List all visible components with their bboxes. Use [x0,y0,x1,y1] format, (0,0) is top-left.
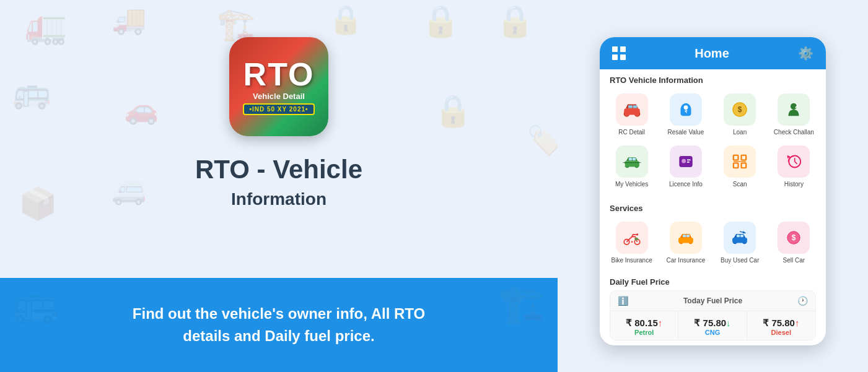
app-icon: RTO Vehicle Detail •IND 50 XY 2021• [229,37,328,136]
carins-icon [670,222,702,254]
my-vehicles-button[interactable]: My Vehicles [605,141,659,192]
svg-point-32 [631,241,633,243]
scan-button[interactable]: Scan [713,141,767,192]
right-section: Home ⚙️ RTO Vehicle Information R [558,0,868,372]
gear-icon[interactable]: ⚙️ [798,46,813,61]
rc-icon [616,93,648,126]
info-icon: ℹ️ [618,296,628,306]
svg-rect-16 [632,158,635,160]
petrol-arrow: ↑ [658,318,663,328]
my-vehicles-label: My Vehicles [615,181,648,188]
rc-detail-button[interactable]: RC Detail [605,89,659,141]
svg-rect-44 [740,235,743,237]
buy-used-car-label: Buy Used Car [721,257,759,264]
challan-icon [778,93,810,126]
check-challan-button[interactable]: Check Challan [767,89,821,141]
svg-text:$: $ [738,105,742,114]
buy-used-car-button[interactable]: Buy Used Car [713,217,767,269]
svg-rect-4 [628,105,633,108]
sellcar-icon: $ [778,222,810,254]
scan-icon [724,145,756,178]
car-insurance-button[interactable]: Car Insurance [659,217,712,269]
rto-icon-grid: RC Detail ₹ Resale Value [600,89,826,197]
petrol-price-item: ₹ 80.15↑ Petrol [610,311,678,340]
app-icon-rto-text: RTO [243,58,315,90]
tagline-text: Find out the vehicle's owner info, All R… [37,303,520,347]
history-button[interactable]: History [767,141,821,192]
svg-rect-19 [687,160,691,161]
svg-rect-24 [742,163,747,168]
history-fuel-icon[interactable]: 🕐 [797,296,808,306]
app-icon-vehicle-text: Vehicle Detail [253,92,305,101]
svg-rect-35 [678,238,693,243]
svg-point-31 [636,233,638,235]
diesel-arrow: ↑ [795,318,800,328]
svg-rect-2 [624,108,640,115]
cng-arrow: ↓ [726,318,731,328]
licence-info-label: Licence Info [669,181,703,188]
sell-car-label: Sell Car [783,257,805,264]
petrol-price: ₹ 80.15↑ [626,318,662,329]
buyused-icon [724,222,756,254]
services-icon-grid: Bike Insurance Car Insurance [600,217,826,274]
svg-rect-38 [686,235,690,237]
car-insurance-label: Car Insurance [666,257,705,264]
fuel-card: ℹ️ Today Fuel Price 🕐 ₹ 80.15↑ Petrol [610,290,816,340]
vehicles-icon [616,145,648,178]
loan-icon: $ [724,93,756,126]
app-title-line1: RTO - Vehicle [195,155,362,184]
svg-rect-21 [734,155,739,160]
cng-label: CNG [705,329,720,336]
sell-car-button[interactable]: $ Sell Car [767,217,821,269]
rto-section-title: RTO Vehicle Information [600,69,826,89]
fuel-section-title: Daily Fuel Price [610,277,816,287]
loan-label: Loan [733,129,747,136]
grid-icon[interactable] [612,46,626,60]
cng-price: ₹ 75.80↓ [694,318,730,329]
cng-price-item: ₹ 75.80↓ CNG [678,311,747,340]
svg-point-10 [791,103,797,110]
check-challan-label: Check Challan [774,129,814,136]
resale-value-label: Resale Value [668,129,704,136]
svg-rect-5 [633,105,637,108]
svg-rect-37 [683,235,686,237]
phone-header: Home ⚙️ [600,37,826,69]
diesel-price: ₹ 75.80↑ [763,318,799,329]
svg-text:$: $ [792,233,796,242]
resale-value-button[interactable]: ₹ Resale Value [659,89,712,141]
bike-insurance-button[interactable]: Bike Insurance [605,217,659,269]
svg-rect-20 [687,162,690,163]
left-section: 🚛 🚚 🏗️ 🔒 🔒 🔒 🚌 🚗 🔒 🏷️ 📦 🚐 RTO Vehicle De… [0,0,558,372]
bike-icon [616,222,648,254]
licence-info-button[interactable]: Licence Info [659,141,712,192]
phone-header-title: Home [695,46,729,61]
svg-rect-15 [629,158,632,160]
svg-rect-43 [737,235,740,237]
petrol-label: Petrol [634,329,654,336]
services-section-title: Services [600,197,826,217]
history-label: History [784,181,804,188]
scan-label: Scan [733,181,747,188]
diesel-price-item: ₹ 75.80↑ Diesel [747,311,815,340]
app-title-line2: Information [231,189,327,209]
fuel-section: Daily Fuel Price ℹ️ Today Fuel Price 🕐 ₹… [600,274,826,345]
resale-icon: ₹ [670,93,702,126]
bike-insurance-label: Bike Insurance [612,257,652,264]
app-icon-plate: •IND 50 XY 2021• [243,103,314,115]
svg-point-6 [683,105,688,110]
top-content-area: RTO Vehicle Detail •IND 50 XY 2021• RTO … [195,0,362,278]
history-icon [778,145,810,178]
fuel-header-label: Today Fuel Price [683,296,742,305]
svg-rect-41 [732,238,747,243]
bottom-blue-section: 🚌 🏗️ Find out the vehicle's owner info, … [0,278,558,372]
fuel-price-rows: ₹ 80.15↑ Petrol ₹ 75.80↓ CNG ₹ [610,311,815,340]
svg-rect-13 [625,161,639,167]
diesel-label: Diesel [771,329,791,336]
fuel-card-header: ℹ️ Today Fuel Price 🕐 [610,291,815,311]
svg-point-18 [682,159,686,163]
rc-detail-label: RC Detail [618,129,645,136]
licence-icon [670,145,702,178]
svg-rect-23 [734,163,739,168]
loan-button[interactable]: $ Loan [713,89,767,141]
svg-rect-22 [742,155,747,160]
